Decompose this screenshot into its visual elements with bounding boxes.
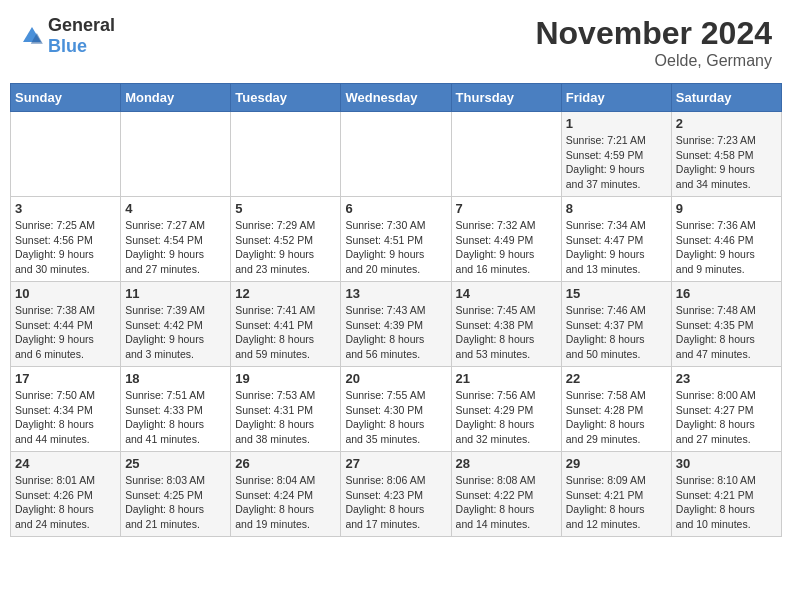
calendar-cell: 21Sunrise: 7:56 AM Sunset: 4:29 PM Dayli… xyxy=(451,367,561,452)
day-header-saturday: Saturday xyxy=(671,84,781,112)
day-number: 20 xyxy=(345,371,446,386)
day-info: Sunrise: 7:41 AM Sunset: 4:41 PM Dayligh… xyxy=(235,303,336,362)
day-header-friday: Friday xyxy=(561,84,671,112)
day-number: 17 xyxy=(15,371,116,386)
day-info: Sunrise: 7:43 AM Sunset: 4:39 PM Dayligh… xyxy=(345,303,446,362)
day-info: Sunrise: 7:23 AM Sunset: 4:58 PM Dayligh… xyxy=(676,133,777,192)
day-number: 9 xyxy=(676,201,777,216)
day-info: Sunrise: 8:03 AM Sunset: 4:25 PM Dayligh… xyxy=(125,473,226,532)
day-info: Sunrise: 8:06 AM Sunset: 4:23 PM Dayligh… xyxy=(345,473,446,532)
week-row-3: 10Sunrise: 7:38 AM Sunset: 4:44 PM Dayli… xyxy=(11,282,782,367)
calendar-cell xyxy=(121,112,231,197)
day-number: 24 xyxy=(15,456,116,471)
day-info: Sunrise: 7:53 AM Sunset: 4:31 PM Dayligh… xyxy=(235,388,336,447)
day-info: Sunrise: 8:09 AM Sunset: 4:21 PM Dayligh… xyxy=(566,473,667,532)
calendar-cell: 5Sunrise: 7:29 AM Sunset: 4:52 PM Daylig… xyxy=(231,197,341,282)
calendar-cell: 8Sunrise: 7:34 AM Sunset: 4:47 PM Daylig… xyxy=(561,197,671,282)
day-number: 15 xyxy=(566,286,667,301)
day-info: Sunrise: 7:56 AM Sunset: 4:29 PM Dayligh… xyxy=(456,388,557,447)
week-row-2: 3Sunrise: 7:25 AM Sunset: 4:56 PM Daylig… xyxy=(11,197,782,282)
calendar-header-row: SundayMondayTuesdayWednesdayThursdayFrid… xyxy=(11,84,782,112)
day-number: 3 xyxy=(15,201,116,216)
calendar-cell: 10Sunrise: 7:38 AM Sunset: 4:44 PM Dayli… xyxy=(11,282,121,367)
day-info: Sunrise: 7:29 AM Sunset: 4:52 PM Dayligh… xyxy=(235,218,336,277)
day-number: 2 xyxy=(676,116,777,131)
day-info: Sunrise: 7:32 AM Sunset: 4:49 PM Dayligh… xyxy=(456,218,557,277)
logo: General Blue xyxy=(20,15,115,57)
day-info: Sunrise: 7:55 AM Sunset: 4:30 PM Dayligh… xyxy=(345,388,446,447)
calendar-cell: 11Sunrise: 7:39 AM Sunset: 4:42 PM Dayli… xyxy=(121,282,231,367)
day-number: 10 xyxy=(15,286,116,301)
day-number: 4 xyxy=(125,201,226,216)
calendar-cell: 26Sunrise: 8:04 AM Sunset: 4:24 PM Dayli… xyxy=(231,452,341,537)
calendar-cell: 18Sunrise: 7:51 AM Sunset: 4:33 PM Dayli… xyxy=(121,367,231,452)
day-info: Sunrise: 7:21 AM Sunset: 4:59 PM Dayligh… xyxy=(566,133,667,192)
week-row-1: 1Sunrise: 7:21 AM Sunset: 4:59 PM Daylig… xyxy=(11,112,782,197)
day-number: 5 xyxy=(235,201,336,216)
day-info: Sunrise: 7:58 AM Sunset: 4:28 PM Dayligh… xyxy=(566,388,667,447)
calendar-cell: 15Sunrise: 7:46 AM Sunset: 4:37 PM Dayli… xyxy=(561,282,671,367)
day-info: Sunrise: 7:48 AM Sunset: 4:35 PM Dayligh… xyxy=(676,303,777,362)
day-number: 14 xyxy=(456,286,557,301)
day-number: 21 xyxy=(456,371,557,386)
day-info: Sunrise: 8:08 AM Sunset: 4:22 PM Dayligh… xyxy=(456,473,557,532)
month-title: November 2024 xyxy=(535,15,772,52)
day-info: Sunrise: 7:27 AM Sunset: 4:54 PM Dayligh… xyxy=(125,218,226,277)
calendar-table: SundayMondayTuesdayWednesdayThursdayFrid… xyxy=(10,83,782,537)
day-info: Sunrise: 7:30 AM Sunset: 4:51 PM Dayligh… xyxy=(345,218,446,277)
calendar-cell: 19Sunrise: 7:53 AM Sunset: 4:31 PM Dayli… xyxy=(231,367,341,452)
day-number: 1 xyxy=(566,116,667,131)
day-header-wednesday: Wednesday xyxy=(341,84,451,112)
calendar-cell: 12Sunrise: 7:41 AM Sunset: 4:41 PM Dayli… xyxy=(231,282,341,367)
calendar-cell: 23Sunrise: 8:00 AM Sunset: 4:27 PM Dayli… xyxy=(671,367,781,452)
day-number: 28 xyxy=(456,456,557,471)
day-number: 6 xyxy=(345,201,446,216)
day-header-sunday: Sunday xyxy=(11,84,121,112)
day-info: Sunrise: 8:00 AM Sunset: 4:27 PM Dayligh… xyxy=(676,388,777,447)
calendar-cell: 7Sunrise: 7:32 AM Sunset: 4:49 PM Daylig… xyxy=(451,197,561,282)
calendar-cell: 27Sunrise: 8:06 AM Sunset: 4:23 PM Dayli… xyxy=(341,452,451,537)
calendar-cell: 30Sunrise: 8:10 AM Sunset: 4:21 PM Dayli… xyxy=(671,452,781,537)
logo-general-text: General xyxy=(48,15,115,35)
logo-blue-text: Blue xyxy=(48,36,87,56)
day-number: 11 xyxy=(125,286,226,301)
day-header-monday: Monday xyxy=(121,84,231,112)
calendar-cell: 14Sunrise: 7:45 AM Sunset: 4:38 PM Dayli… xyxy=(451,282,561,367)
day-number: 12 xyxy=(235,286,336,301)
calendar-cell xyxy=(11,112,121,197)
day-number: 16 xyxy=(676,286,777,301)
calendar-cell: 22Sunrise: 7:58 AM Sunset: 4:28 PM Dayli… xyxy=(561,367,671,452)
calendar-cell: 16Sunrise: 7:48 AM Sunset: 4:35 PM Dayli… xyxy=(671,282,781,367)
calendar-cell: 25Sunrise: 8:03 AM Sunset: 4:25 PM Dayli… xyxy=(121,452,231,537)
day-info: Sunrise: 7:46 AM Sunset: 4:37 PM Dayligh… xyxy=(566,303,667,362)
day-number: 22 xyxy=(566,371,667,386)
day-number: 23 xyxy=(676,371,777,386)
day-info: Sunrise: 7:38 AM Sunset: 4:44 PM Dayligh… xyxy=(15,303,116,362)
calendar-cell: 13Sunrise: 7:43 AM Sunset: 4:39 PM Dayli… xyxy=(341,282,451,367)
calendar-cell: 9Sunrise: 7:36 AM Sunset: 4:46 PM Daylig… xyxy=(671,197,781,282)
week-row-4: 17Sunrise: 7:50 AM Sunset: 4:34 PM Dayli… xyxy=(11,367,782,452)
day-info: Sunrise: 7:50 AM Sunset: 4:34 PM Dayligh… xyxy=(15,388,116,447)
day-info: Sunrise: 8:04 AM Sunset: 4:24 PM Dayligh… xyxy=(235,473,336,532)
calendar-cell: 6Sunrise: 7:30 AM Sunset: 4:51 PM Daylig… xyxy=(341,197,451,282)
calendar-cell: 17Sunrise: 7:50 AM Sunset: 4:34 PM Dayli… xyxy=(11,367,121,452)
day-info: Sunrise: 7:39 AM Sunset: 4:42 PM Dayligh… xyxy=(125,303,226,362)
calendar-cell: 29Sunrise: 8:09 AM Sunset: 4:21 PM Dayli… xyxy=(561,452,671,537)
day-info: Sunrise: 8:01 AM Sunset: 4:26 PM Dayligh… xyxy=(15,473,116,532)
calendar-cell: 24Sunrise: 8:01 AM Sunset: 4:26 PM Dayli… xyxy=(11,452,121,537)
calendar-cell xyxy=(451,112,561,197)
day-number: 18 xyxy=(125,371,226,386)
day-number: 7 xyxy=(456,201,557,216)
day-info: Sunrise: 7:34 AM Sunset: 4:47 PM Dayligh… xyxy=(566,218,667,277)
day-header-tuesday: Tuesday xyxy=(231,84,341,112)
day-info: Sunrise: 7:45 AM Sunset: 4:38 PM Dayligh… xyxy=(456,303,557,362)
calendar-cell xyxy=(341,112,451,197)
day-number: 8 xyxy=(566,201,667,216)
calendar-cell xyxy=(231,112,341,197)
day-number: 27 xyxy=(345,456,446,471)
day-number: 29 xyxy=(566,456,667,471)
title-block: November 2024 Oelde, Germany xyxy=(535,15,772,70)
day-header-thursday: Thursday xyxy=(451,84,561,112)
day-info: Sunrise: 7:25 AM Sunset: 4:56 PM Dayligh… xyxy=(15,218,116,277)
calendar-cell: 4Sunrise: 7:27 AM Sunset: 4:54 PM Daylig… xyxy=(121,197,231,282)
